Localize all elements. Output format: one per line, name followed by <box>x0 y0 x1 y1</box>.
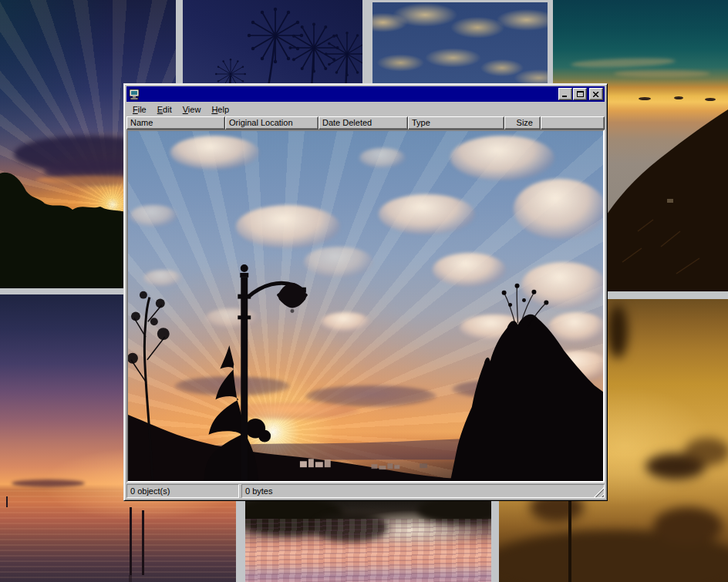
menu-bar: File Edit View Help <box>126 102 605 116</box>
maximize-icon <box>577 91 584 97</box>
ripple-texture <box>245 519 491 582</box>
status-size: 0 bytes <box>241 484 605 498</box>
close-button[interactable] <box>589 88 603 100</box>
foreground-silhouettes <box>128 131 603 481</box>
minimize-button[interactable] <box>558 88 572 100</box>
computer-icon[interactable] <box>128 89 140 100</box>
status-bar: 0 object(s) 0 bytes <box>126 484 605 498</box>
maximize-button[interactable] <box>573 88 587 100</box>
desktop: File Edit View Help Name Original Locati… <box>0 0 728 582</box>
column-header-name[interactable]: Name <box>126 116 225 130</box>
column-header-filler <box>541 116 605 130</box>
column-header-original-location[interactable]: Original Location <box>225 116 318 130</box>
menu-view[interactable]: View <box>178 103 206 116</box>
cypress-tree <box>204 345 259 481</box>
status-objects: 0 object(s) <box>126 484 239 498</box>
minimize-icon <box>562 92 568 97</box>
street-lamp-sunset-photo <box>128 131 603 481</box>
pole-silhouette <box>130 507 132 575</box>
file-list-viewport[interactable] <box>126 130 605 483</box>
menu-help[interactable]: Help <box>207 103 234 116</box>
menu-file[interactable]: File <box>128 103 151 116</box>
close-icon <box>593 92 599 97</box>
menu-edit[interactable]: Edit <box>153 103 177 116</box>
title-bar[interactable] <box>126 86 605 102</box>
water-texture <box>0 490 236 582</box>
column-header-type[interactable]: Type <box>408 116 504 130</box>
column-header-row: Name Original Location Date Deleted Type… <box>126 116 605 130</box>
column-header-size[interactable]: Size <box>504 116 541 130</box>
pole-silhouette <box>142 510 144 575</box>
right-tree-mass <box>450 284 603 481</box>
explorer-window: File Edit View Help Name Original Locati… <box>123 83 608 501</box>
column-header-date-deleted[interactable]: Date Deleted <box>318 116 408 130</box>
